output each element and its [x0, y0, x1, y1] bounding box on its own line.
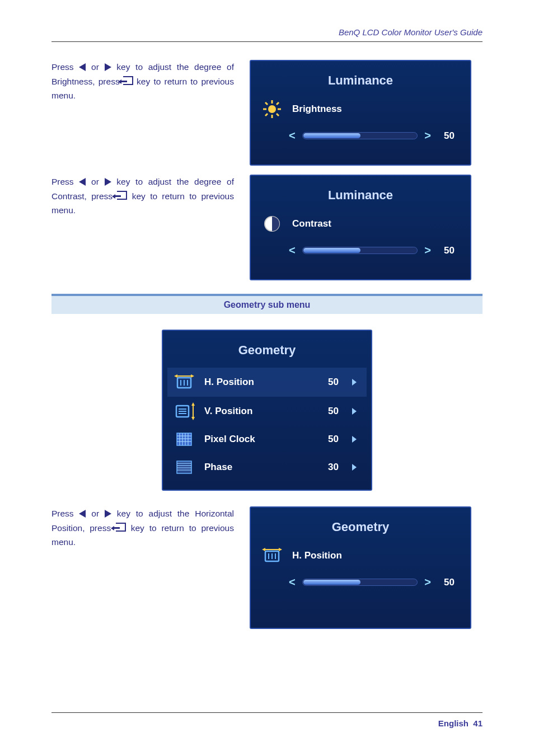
menu-item-vposition[interactable]: V. Position 50	[167, 400, 367, 428]
osd-geometry-hposition: Geometry H. Position < > 50	[250, 506, 471, 629]
decrease-icon[interactable]: <	[289, 244, 296, 257]
footer-lang: English	[438, 719, 469, 728]
slider-track[interactable]	[302, 132, 418, 139]
osd-geometry-menu: Geometry H. Position 50 V. Position 50 P…	[162, 330, 372, 491]
increase-icon[interactable]: >	[424, 129, 431, 142]
exit-icon	[117, 191, 127, 200]
osd-luminance-contrast: Luminance Contrast < > 50	[250, 175, 471, 280]
page-footer: English 41	[51, 712, 483, 728]
footer-page: 41	[473, 719, 483, 728]
menu-label: Pixel Clock	[204, 434, 320, 445]
svg-line-7	[277, 102, 279, 105]
vposition-icon	[172, 400, 196, 422]
left-arrow-icon	[79, 63, 86, 71]
left-arrow-icon	[79, 178, 86, 186]
osd-title: Geometry	[255, 511, 466, 544]
menu-label: V. Position	[204, 406, 320, 417]
decrease-icon[interactable]: <	[289, 129, 296, 142]
osd-row-contrast: Contrast	[255, 213, 466, 241]
osd-item-label: H. Position	[292, 550, 456, 561]
svg-marker-15	[191, 374, 194, 378]
menu-item-pixelclock[interactable]: Pixel Clock 50	[167, 428, 367, 456]
svg-marker-21	[191, 402, 195, 406]
menu-item-hposition[interactable]: H. Position 50	[167, 368, 367, 397]
right-arrow-icon	[105, 63, 111, 71]
menu-item-phase[interactable]: Phase 30	[167, 456, 367, 484]
slider-track[interactable]	[302, 579, 418, 586]
caret-right-icon	[352, 436, 357, 443]
increase-icon[interactable]: >	[424, 576, 431, 589]
hposition-icon	[260, 544, 284, 567]
osd-item-label: Brightness	[292, 104, 456, 115]
contrast-block: Press or key to adjust the degree of Con…	[51, 175, 483, 280]
osd-title: Luminance	[255, 64, 466, 98]
text: or	[86, 509, 105, 518]
svg-marker-22	[191, 417, 195, 420]
contrast-icon	[260, 213, 284, 235]
menu-label: H. Position	[204, 377, 320, 388]
contrast-instruction: Press or key to adjust the degree of Con…	[51, 175, 234, 280]
caret-right-icon	[352, 408, 357, 415]
brightness-icon	[260, 98, 284, 120]
brightness-block: Press or key to adjust the degree of Bri…	[51, 60, 483, 166]
brightness-instruction: Press or key to adjust the degree of Bri…	[51, 60, 234, 166]
svg-marker-41	[262, 548, 265, 551]
slider-value: 50	[438, 245, 455, 256]
decrease-icon[interactable]: <	[289, 576, 296, 589]
caret-right-icon	[352, 379, 357, 386]
exit-icon	[123, 76, 133, 85]
text: Press	[51, 177, 79, 186]
slider-value: 50	[438, 130, 455, 142]
svg-line-6	[277, 114, 279, 116]
hposition-instruction: Press or key to adjust the Horizontal Po…	[51, 506, 234, 629]
hposition-block: Press or key to adjust the Horizontal Po…	[51, 506, 483, 629]
text: or	[86, 177, 104, 186]
left-arrow-icon	[79, 510, 86, 518]
svg-rect-32	[177, 461, 191, 473]
menu-value: 50	[328, 434, 344, 445]
text: or	[86, 62, 104, 72]
right-arrow-icon	[105, 178, 111, 186]
svg-marker-14	[174, 374, 177, 378]
menu-value: 50	[328, 377, 344, 388]
right-arrow-icon	[105, 510, 111, 518]
osd-title: Geometry	[167, 334, 367, 368]
menu-value: 30	[328, 462, 344, 473]
svg-rect-24	[177, 433, 191, 445]
osd-title: Luminance	[255, 179, 466, 213]
phase-icon	[172, 456, 196, 478]
svg-line-8	[265, 114, 268, 116]
slider-track[interactable]	[302, 247, 418, 254]
menu-label: Phase	[204, 462, 320, 473]
text: Press	[51, 62, 79, 72]
svg-marker-42	[279, 548, 282, 551]
hposition-icon	[172, 371, 196, 393]
slider-row: < > 50	[255, 241, 466, 257]
increase-icon[interactable]: >	[424, 244, 431, 257]
slider-row: < > 50	[255, 126, 466, 142]
slider-value: 50	[438, 577, 455, 588]
osd-luminance-brightness: Luminance Brightness < > 50	[250, 60, 471, 166]
text: Press	[51, 509, 79, 518]
pixelclock-icon	[172, 428, 196, 450]
slider-row: < > 50	[255, 572, 466, 589]
svg-point-0	[268, 105, 276, 113]
osd-row-hposition: H. Position	[255, 544, 466, 572]
menu-value: 50	[328, 406, 344, 417]
osd-row-brightness: Brightness	[255, 98, 466, 126]
geometry-section-heading: Geometry sub menu	[51, 294, 483, 314]
exit-icon	[116, 523, 126, 532]
svg-line-5	[265, 102, 268, 105]
caret-right-icon	[352, 464, 357, 471]
osd-item-label: Contrast	[292, 218, 456, 229]
page-header: BenQ LCD Color Monitor User's Guide	[51, 27, 483, 42]
